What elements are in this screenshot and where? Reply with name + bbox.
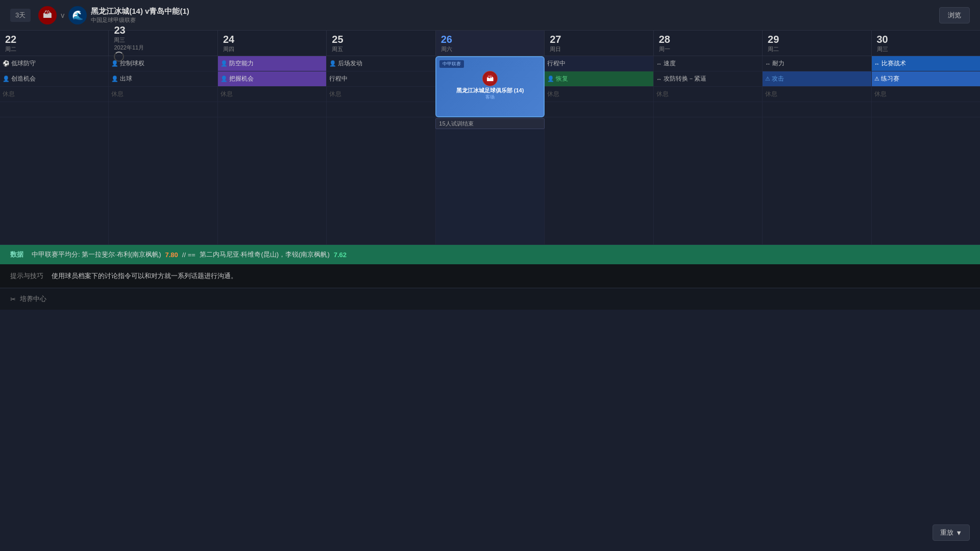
cell-25-r1: 👤后场发动: [327, 56, 435, 71]
training-label: 培养中心: [20, 294, 46, 304]
cell-25-r3: 休息: [327, 87, 435, 102]
training-bar[interactable]: ✂ 培养中心: [0, 288, 980, 310]
day-week-25: 周五: [332, 45, 430, 53]
match-event-overlay[interactable]: 中甲联赛 🏔 黑龙江冰城足球俱乐部 (14) 客场 15人试训结束: [435, 56, 544, 117]
day-week-22: 周二: [5, 45, 103, 53]
day-week-30: 周三: [877, 45, 975, 53]
day-date-23: 2022年11月: [114, 44, 212, 52]
day-week-29: 周二: [768, 45, 866, 53]
stats-text2: 第二内马尼亚·科维奇(昆山)，李锐(南京枫帆): [200, 250, 330, 259]
cell-27-r2: 👤恢复: [545, 71, 653, 86]
stats-label: 数据: [10, 250, 23, 259]
cell-30-r1: ↔比赛战术: [872, 56, 980, 71]
day-num-23: 23: [114, 24, 212, 36]
replay-button[interactable]: 重放 ▼: [933, 524, 970, 541]
match-extra-row: 15人试训结束: [435, 118, 544, 129]
tips-label: 提示与技巧: [10, 271, 43, 281]
match-title: 黑龙江冰城(14) v青岛中能(1): [91, 7, 189, 16]
day-num-29: 29: [768, 34, 866, 45]
cell-28-r1: ↔速度: [654, 56, 763, 71]
cell-30-r2: ⚠练习赛: [872, 71, 980, 86]
home-team-logo: 🏔: [38, 6, 57, 24]
stats-text1: 中甲联赛平均分: 第一拉斐尔·布利(南京枫帆): [32, 250, 161, 259]
cell-23-extra: [109, 102, 217, 117]
cell-25-extra: [327, 102, 435, 117]
day-col-30: 30 周三: [872, 31, 980, 56]
browse-button[interactable]: 浏览: [939, 7, 970, 23]
replay-arrow: ▼: [955, 529, 962, 537]
day-week-27: 周日: [550, 45, 648, 53]
cell-28-r2: ↔攻防转换－紧逼: [654, 71, 763, 86]
day-col-29: 29 周二: [763, 31, 871, 56]
match-team-name: 黑龙江冰城足球俱乐部 (14): [456, 87, 524, 94]
days-badge: 3天: [10, 9, 31, 22]
cell-24-r1: 👤防空能力: [218, 56, 327, 71]
cell-28-extra: [654, 102, 763, 117]
cell-27-extra: [545, 102, 653, 117]
cell-24-extra: [218, 102, 327, 117]
cell-29-r3: 休息: [763, 87, 871, 102]
vs-text: v: [61, 11, 64, 19]
cell-23-r1: 👤控制球权: [109, 56, 217, 71]
cell-29-extra: [763, 102, 871, 117]
away-team-logo: 🌊: [68, 6, 87, 24]
match-subtitle: 中国足球甲级联赛: [91, 16, 189, 24]
day-col-28: 28 周一: [654, 31, 763, 56]
match-label: 中甲联赛: [439, 60, 464, 68]
match-logo: 🏔: [482, 71, 498, 86]
day-num-27: 27: [550, 34, 648, 45]
match-guest: 客场: [485, 94, 495, 101]
cell-30-extra: [872, 102, 980, 117]
empty-area: [0, 117, 980, 245]
day-num-25: 25: [332, 34, 430, 45]
cell-22-r1: ⚽低球防守: [0, 56, 109, 71]
day-week-24: 周四: [223, 45, 321, 53]
cell-29-r1: ↔耐力: [763, 56, 871, 71]
replay-label: 重放: [940, 528, 953, 537]
day-num-24: 24: [223, 34, 321, 45]
day-week-28: 周一: [659, 45, 757, 53]
day-col-26: 26 周六: [436, 31, 545, 56]
day-col-23: 23 周三 2022年11月: [109, 31, 217, 56]
cell-23-r2: 👤出球: [109, 71, 217, 86]
day-col-25: 25 周五: [327, 31, 435, 56]
cell-27-r3: 休息: [545, 87, 653, 102]
training-icon: ✂: [10, 295, 16, 303]
day-num-30: 30: [877, 34, 975, 45]
cell-24-r2: 👤把握机会: [218, 71, 327, 86]
cell-22-extra: [0, 102, 109, 117]
stats-sep: // ==: [182, 251, 195, 259]
calendar-rows: ⚽低球防守 👤控制球权 👤防空能力 👤后场发动 行程中 ↔速度 ↔耐力 ↔比赛战…: [0, 56, 980, 117]
day-col-27: 27 周日: [545, 31, 653, 56]
cell-27-r1: 行程中: [545, 56, 653, 71]
match-event-box[interactable]: 中甲联赛 🏔 黑龙江冰城足球俱乐部 (14) 客场: [435, 56, 544, 117]
cell-22-r3: 休息: [0, 87, 109, 102]
day-week-23: 周三: [114, 36, 212, 44]
day-num-26: 26: [441, 34, 539, 45]
day-col-22: 22 周二: [0, 31, 109, 56]
stats-bar: 数据 中甲联赛平均分: 第一拉斐尔·布利(南京枫帆) 7.80 // == 第二…: [0, 245, 980, 264]
cell-30-r3: 休息: [872, 87, 980, 102]
match-info: 黑龙江冰城(14) v青岛中能(1) 中国足球甲级联赛: [91, 7, 189, 24]
day-num-28: 28: [659, 34, 757, 45]
day-week-26: 周六: [441, 45, 539, 53]
day-num-22: 22: [5, 34, 103, 45]
cell-22-r2: 👤创造机会: [0, 71, 109, 86]
cell-25-r2: 行程中: [327, 71, 435, 86]
stats-value2: 7.62: [334, 251, 347, 259]
tips-bar: 提示与技巧 使用球员档案下的讨论指令可以和对方就一系列话题进行沟通。: [0, 264, 980, 288]
team-info: 🏔 v 🌊 黑龙江冰城(14) v青岛中能(1) 中国足球甲级联赛: [38, 6, 189, 24]
cell-23-r3: 休息: [109, 87, 217, 102]
stats-value1: 7.80: [165, 251, 178, 259]
day-col-24: 24 周四: [218, 31, 327, 56]
calendar: 22 周二 23 周三 2022年11月 24 周四 25 周五 26 周六 2…: [0, 31, 980, 245]
cell-29-r2: ⚠攻击: [763, 71, 871, 86]
cell-24-r3: 休息: [218, 87, 327, 102]
calendar-header: 22 周二 23 周三 2022年11月 24 周四 25 周五 26 周六 2…: [0, 31, 980, 56]
tips-content: 使用球员档案下的讨论指令可以和对方就一系列话题进行沟通。: [52, 271, 237, 281]
cell-28-r3: 休息: [654, 87, 763, 102]
